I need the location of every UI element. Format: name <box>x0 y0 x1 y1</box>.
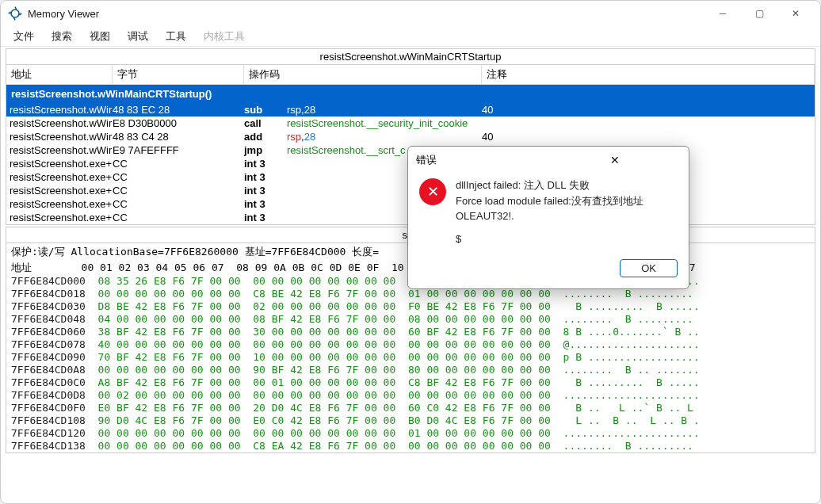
menu-search[interactable]: 搜索 <box>44 27 80 46</box>
hex-row[interactable]: 7FF6E84CD048 04 00 00 00 00 00 00 00 08 … <box>11 313 810 326</box>
dialog-close-icon[interactable]: ✕ <box>548 154 681 166</box>
hex-row[interactable]: 7FF6E84CD120 00 00 00 00 00 00 00 00 00 … <box>11 427 810 440</box>
dialog-text: dllInject failed: 注入 DLL 失败 Force load m… <box>456 178 643 246</box>
svg-point-0 <box>11 10 19 17</box>
disasm-row[interactable]: resistScreenshot.wWirE8 D30B0000callresi… <box>6 116 815 130</box>
hex-row[interactable]: 7FF6E84CD090 70 BF 42 E8 F6 7F 00 00 10 … <box>11 351 810 364</box>
hex-body[interactable]: 7FF6E84CD000 08 35 26 E8 F6 7F 00 00 00 … <box>6 275 815 453</box>
col-addr[interactable]: 地址 <box>6 65 113 84</box>
minimize-button[interactable]: ─ <box>705 1 741 26</box>
menu-file[interactable]: 文件 <box>6 27 42 46</box>
col-op[interactable]: 操作码 <box>244 65 482 84</box>
error-dialog: 错误 ✕ ✕ dllInject failed: 注入 DLL 失败 Force… <box>407 146 689 289</box>
func-header[interactable]: resistScreenshot.wWinMainCRTStartup() <box>6 85 815 103</box>
hex-row[interactable]: 7FF6E84CD060 38 BF 42 E8 F6 7F 00 00 30 … <box>11 326 810 338</box>
menu-kernel[interactable]: 内核工具 <box>196 27 253 46</box>
disasm-header: 地址 字节 操作码 注释 <box>6 65 815 85</box>
hex-row[interactable]: 7FF6E84CD138 00 00 00 00 00 00 00 00 C8 … <box>11 440 810 452</box>
maximize-button[interactable]: ▢ <box>741 1 777 26</box>
dialog-titlebar[interactable]: 错误 ✕ <box>408 147 689 174</box>
disasm-row[interactable]: resistScreenshot.wWir48 83 C4 28addrsp,2… <box>6 130 815 143</box>
menu-view[interactable]: 视图 <box>82 27 118 46</box>
titlebar[interactable]: Memory Viewer ─ ▢ ✕ <box>1 1 820 26</box>
window-title: Memory Viewer <box>28 8 705 20</box>
hex-row[interactable]: 7FF6E84CD0A8 00 00 00 00 00 00 00 00 90 … <box>11 364 810 376</box>
app-icon <box>7 6 23 21</box>
col-bytes[interactable]: 字节 <box>113 65 244 84</box>
disasm-row[interactable]: resistScreenshot.wWir48 83 EC 28subrsp,2… <box>6 103 815 116</box>
dialog-title: 错误 <box>416 153 548 167</box>
hex-row[interactable]: 7FF6E84CD018 00 00 00 00 00 00 00 00 C8 … <box>11 288 810 300</box>
close-button[interactable]: ✕ <box>777 1 814 26</box>
col-ann[interactable]: 注释 <box>482 65 815 84</box>
hex-row[interactable]: 7FF6E84CD030 D8 BE 42 E8 F6 7F 00 00 02 … <box>11 300 810 313</box>
hex-row[interactable]: 7FF6E84CD078 40 00 00 00 00 00 00 00 00 … <box>11 338 810 351</box>
menu-debug[interactable]: 调试 <box>120 27 156 46</box>
hex-row[interactable]: 7FF6E84CD108 90 D0 4C E8 F6 7F 00 00 E0 … <box>11 414 810 427</box>
menubar: 文件 搜索 视图 调试 工具 内核工具 <box>1 26 820 47</box>
hex-row[interactable]: 7FF6E84CD0F0 E0 BF 42 E8 F6 7F 00 00 20 … <box>11 402 810 414</box>
error-icon: ✕ <box>419 178 446 205</box>
ok-button[interactable]: OK <box>620 259 678 277</box>
disasm-title: resistScreenshot.wWinMainCRTStartup <box>6 48 815 65</box>
hex-row[interactable]: 7FF6E84CD0C0 A8 BF 42 E8 F6 7F 00 00 00 … <box>11 376 810 389</box>
menu-tools[interactable]: 工具 <box>158 27 194 46</box>
hex-row[interactable]: 7FF6E84CD0D8 00 02 00 00 00 00 00 00 00 … <box>11 389 810 402</box>
